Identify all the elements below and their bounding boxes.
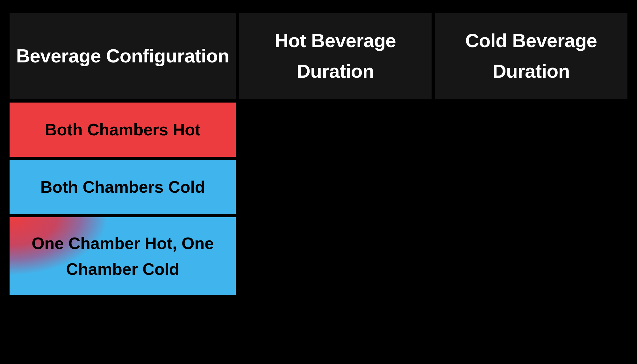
config-both-cold: Both Chambers Cold [10, 160, 236, 214]
beverage-table-container: Beverage Configuration Hot Beverage Dura… [0, 0, 637, 298]
header-cold-duration: Cold Beverage Duration [435, 13, 627, 99]
hot-duration-value [239, 103, 432, 157]
cold-duration-value [435, 217, 627, 295]
table-row: Both Chambers Hot [10, 103, 627, 157]
config-both-hot: Both Chambers Hot [10, 103, 236, 157]
table-row: Both Chambers Cold [10, 160, 627, 214]
hot-duration-value [239, 217, 432, 295]
hot-duration-value [239, 160, 432, 214]
table-header-row: Beverage Configuration Hot Beverage Dura… [10, 13, 627, 99]
cold-duration-value [435, 103, 627, 157]
header-hot-duration: Hot Beverage Duration [239, 13, 432, 99]
config-one-hot-one-cold: One Chamber Hot, One Chamber Cold [10, 217, 236, 295]
table-row: One Chamber Hot, One Chamber Cold [10, 217, 627, 295]
header-config: Beverage Configuration [10, 13, 236, 99]
cold-duration-value [435, 160, 627, 214]
beverage-config-table: Beverage Configuration Hot Beverage Dura… [6, 10, 631, 298]
